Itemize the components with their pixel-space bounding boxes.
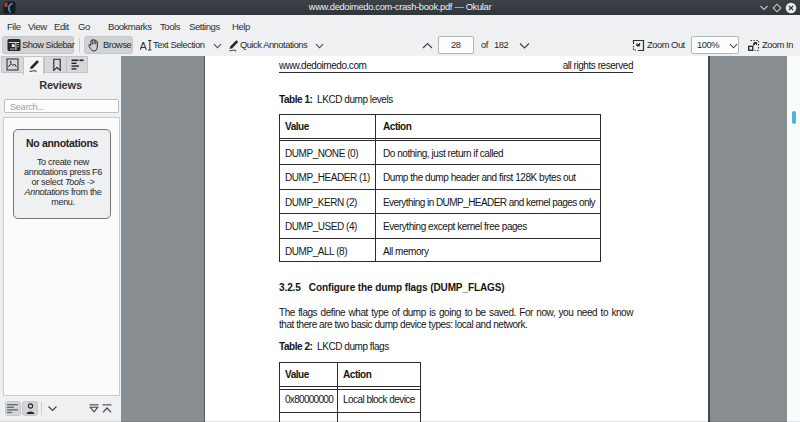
svg-text:A: A <box>140 40 148 52</box>
